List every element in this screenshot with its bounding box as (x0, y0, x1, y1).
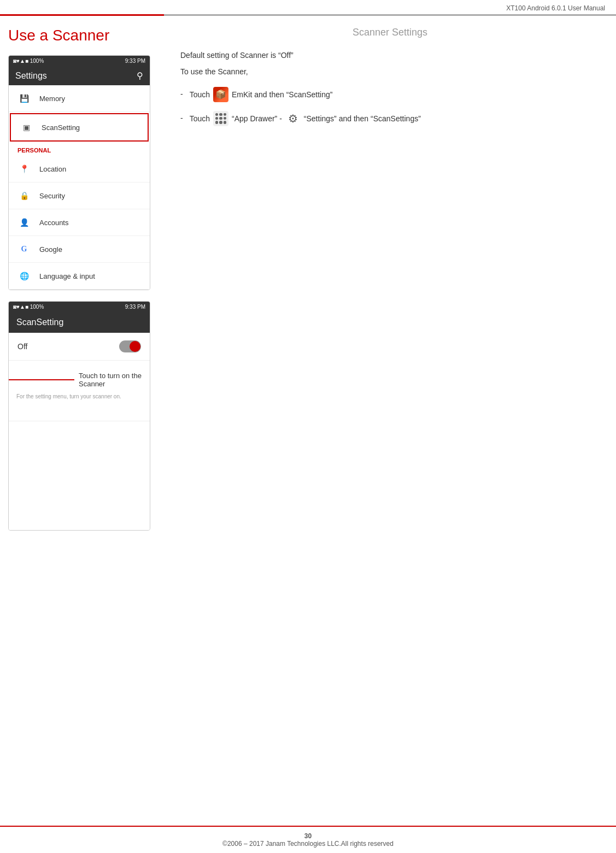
accounts-label: Accounts (39, 219, 68, 227)
scan-empty-area (9, 421, 150, 530)
bullet1-rest: EmKit and then “ScanSetting” (232, 89, 332, 101)
settings-item-scansetting: ▣ ScanSetting (10, 113, 149, 142)
phone-toolbar: Settings ⚲ (9, 66, 150, 85)
instruction-line1: Default setting of Scanner is “Off” (180, 49, 600, 61)
settings-item-language: 🌐 Language & input (9, 263, 150, 290)
scan-status-icons: ◙♥▲■ 100% (13, 304, 44, 310)
page-footer: 30 ©2006 – 2017 Janam Technologies LLC.A… (0, 826, 616, 853)
bullet-dash-2: - (180, 111, 183, 124)
page-title: Use a Scanner (8, 27, 156, 44)
search-icon: ⚲ (137, 70, 143, 81)
google-icon: G (17, 243, 31, 256)
bullet2-middle: “App Drawer” - (232, 113, 282, 125)
status-time: 9:33 PM (125, 58, 145, 64)
language-icon: 🌐 (17, 269, 31, 283)
section-title: Scanner Settings (180, 27, 600, 38)
scan-toggle-row: Off (9, 333, 150, 361)
settings-list: 💾 Memory ▣ ScanSetting Personal 📍 Locati… (9, 85, 150, 290)
annotation-area: Touch to turn on the Scanner (9, 361, 150, 388)
manual-title: XT100 Android 6.0.1 User Manual (506, 4, 605, 12)
emkit-icon (213, 87, 228, 102)
bullet-content-2: Touch “App Drawer” - ⚙ “Settings” and th… (190, 111, 421, 126)
settings-item-accounts: 👤 Accounts (9, 209, 150, 236)
status-icons: ◙♥▲■ 100% (13, 58, 44, 64)
annotation-container: Touch to turn on the Scanner (9, 372, 150, 388)
toolbar-title: Settings (15, 71, 47, 81)
location-label: Location (39, 165, 66, 173)
status-bar: ◙♥▲■ 100% 9:33 PM (9, 56, 150, 66)
security-icon: 🔒 (17, 189, 31, 202)
annotation-text: Touch to turn on the Scanner (79, 372, 150, 388)
scan-status-time: 9:33 PM (125, 304, 145, 310)
memory-icon: 💾 (17, 92, 31, 105)
footer-copyright: ©2006 – 2017 Janam Technologies LLC.All … (11, 840, 605, 848)
toggle-switch[interactable] (119, 340, 141, 352)
location-icon: 📍 (17, 162, 31, 175)
page-number: 30 (11, 832, 605, 840)
scansetting-label: ScanSetting (42, 123, 80, 132)
arrow-line (9, 379, 74, 380)
bullet2-rest: “Settings” and then “ScanSettings” (304, 113, 421, 125)
scansetting-icon: ▣ (20, 121, 33, 134)
scan-toggle-label: Off (17, 342, 27, 351)
bullet-content-1: Touch EmKit and then “ScanSetting” (190, 87, 333, 102)
bullet-dash-1: - (180, 87, 183, 100)
security-label: Security (39, 192, 65, 200)
settings-phone-mockup: ◙♥▲■ 100% 9:33 PM Settings ⚲ 💾 Memory ▣ (8, 55, 150, 290)
bullet1-touch: Touch (190, 89, 210, 101)
scan-status-bar: ◙♥▲■ 100% 9:33 PM (9, 302, 150, 312)
instruction-line2: To use the Scanner, (180, 66, 600, 78)
settings-item-security: 🔒 Security (9, 183, 150, 209)
instructions-block: Default setting of Scanner is “Off” To u… (180, 49, 600, 126)
scan-footer-text: For the setting menu, turn your scanner … (9, 388, 150, 421)
bullet-item-1: - Touch EmKit and then “ScanSetting” (180, 87, 600, 102)
language-label: Language & input (39, 272, 95, 280)
personal-section-header: Personal (9, 143, 150, 156)
scan-toolbar-title: ScanSetting (16, 317, 63, 327)
settings-item-google: G Google (9, 236, 150, 263)
accounts-icon: 👤 (17, 216, 31, 229)
google-label: Google (39, 245, 62, 254)
settings-item-memory: 💾 Memory (9, 85, 150, 112)
settings-item-location: 📍 Location (9, 156, 150, 183)
toggle-knob (130, 341, 140, 352)
bullet-item-2: - Touch “App Drawer” - ⚙ “Settings” and … (180, 111, 600, 126)
scan-toolbar: ScanSetting (9, 312, 150, 333)
app-drawer-icon (213, 111, 228, 126)
settings-gear-icon: ⚙ (285, 111, 301, 126)
memory-label: Memory (39, 95, 65, 103)
scansetting-phone-mockup: ◙♥▲■ 100% 9:33 PM ScanSetting Off T (8, 301, 150, 531)
bullet2-touch: Touch (190, 113, 210, 125)
